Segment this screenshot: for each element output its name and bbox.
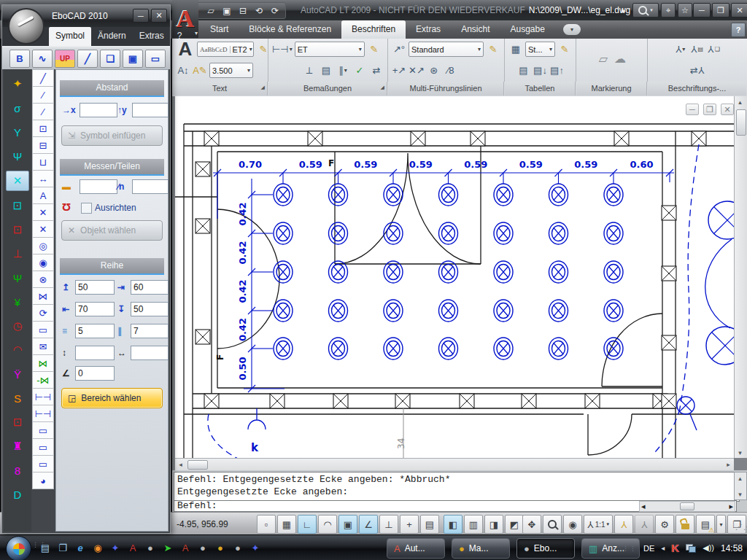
text-edit-icon[interactable]: A✎ — [193, 63, 207, 78]
model-button[interactable]: ◧ — [444, 515, 462, 534]
measure-length-field[interactable] — [80, 179, 117, 194]
rect-small-2-icon[interactable]: ▭ — [32, 439, 54, 456]
grid-toggle[interactable]: ▦ — [277, 515, 296, 534]
panel-text-label[interactable]: Text◢ — [172, 82, 268, 96]
cross-base-icon[interactable]: ✕ — [32, 221, 54, 238]
command-hscroll[interactable]: ◂ ▸ — [639, 501, 735, 512]
spiral-icon[interactable]: ◎ — [32, 238, 54, 254]
symbol-lamp-magenta[interactable]: Ÿ — [7, 365, 28, 384]
ribbon-tab-bl-cke-referenzen[interactable]: Blöcke & Referenzen — [239, 20, 341, 39]
row-count-field[interactable]: 5 — [75, 324, 115, 338]
markup-area-icon[interactable]: ▱ — [596, 51, 611, 66]
status-flyout-button[interactable]: ▾ — [716, 515, 726, 534]
ortho-toggle[interactable]: ∟ — [298, 515, 317, 534]
drawing-close-button[interactable]: ✕ — [721, 104, 734, 115]
workspace-gear-button[interactable]: ⚙ — [655, 515, 674, 534]
symbol-s-box[interactable]: S — [7, 389, 28, 408]
symbol-switch-multi[interactable]: Ψ — [7, 147, 28, 166]
mleader-style-combo[interactable]: Standard ▾ — [409, 42, 484, 57]
cmd-scroll-up-icon[interactable]: ▴ — [735, 472, 746, 483]
snap-toggle[interactable]: ▫ — [257, 515, 276, 534]
table-brush-icon[interactable]: ✎ — [557, 42, 572, 57]
page-icon[interactable]: ❏ — [100, 50, 120, 68]
pen-icon[interactable]: ╱ — [77, 50, 98, 68]
ribbon-tab-ansicht[interactable]: Ansicht — [451, 20, 500, 39]
zoom-button[interactable] — [543, 515, 562, 534]
anno-page-icon[interactable]: Y❏ — [707, 42, 721, 57]
symbol-dot-box-red[interactable]: ⊡ — [7, 413, 28, 432]
box-dash-icon[interactable]: ⊟ — [32, 137, 54, 154]
cad-app-icon[interactable]: ✦ — [108, 540, 123, 555]
spiral-filled-icon[interactable]: ◉ — [32, 254, 54, 271]
column-spacing-field[interactable] — [131, 346, 169, 360]
h-bar-2-icon[interactable]: ⊢⊣ — [32, 405, 54, 422]
insert-symbol-button[interactable]: ⇲ Symbol einfügen — [61, 125, 163, 146]
help-button[interactable]: ? — [731, 23, 746, 37]
vscroll-thumb[interactable] — [736, 109, 746, 136]
rotate-icon[interactable]: ⟳ — [32, 305, 54, 322]
annotation-scale-button[interactable]: Y1:1▾ — [584, 515, 613, 534]
command-history[interactable]: Befehl: Entgegengesetzte Ecke angeben: *… — [174, 472, 740, 502]
sphere-grey-icon[interactable]: ● — [143, 540, 158, 555]
close-button[interactable]: ✕ — [731, 3, 747, 18]
symbol-arch[interactable]: ◠ — [7, 341, 28, 359]
drawing-minimize-button[interactable]: ─ — [686, 104, 699, 115]
bold-icon[interactable]: B — [9, 50, 30, 68]
ebocad-tab-symbol[interactable]: Symbol — [49, 27, 91, 46]
ebocad-tab-?[interactable]: ? — [171, 27, 189, 46]
minimize-button[interactable]: ─ — [693, 3, 711, 18]
hscroll-thumb[interactable] — [187, 460, 208, 470]
lwt-toggle[interactable]: ▤ — [420, 515, 439, 534]
resize-grip[interactable]: ⋰⋰ — [735, 523, 747, 531]
margin-left-field[interactable]: 70 — [75, 302, 115, 316]
ebocad-tab-extras[interactable]: Extras — [133, 27, 171, 46]
panel-mleader-label[interactable]: Multi-Führungslinien — [388, 82, 504, 96]
table-icon[interactable]: ▦ — [508, 42, 523, 57]
mleader-add-icon[interactable]: +↗ — [392, 63, 406, 78]
row-spacing-field[interactable] — [75, 346, 115, 360]
rect-wide-icon[interactable]: ▭ — [32, 322, 54, 338]
annotation-visibility-button[interactable]: Y — [614, 515, 633, 534]
dyn-toggle[interactable]: + — [400, 515, 419, 534]
mleader-icon[interactable]: ↗° — [392, 42, 406, 57]
clock[interactable]: 14:58 — [721, 543, 743, 553]
lamp-icon[interactable]: ⊗ — [32, 271, 54, 288]
h-bar-icon[interactable]: ⊢⊣ — [32, 389, 54, 405]
task-button-aut[interactable]: AAut... — [387, 538, 445, 559]
text-height-combo[interactable]: 3.500 ▾ — [209, 63, 253, 78]
table-cells-icon[interactable]: ▤ — [516, 63, 531, 78]
symbol-box-dot-red[interactable]: ⊡ — [7, 220, 28, 239]
task-button-ebo[interactable]: ●Ebo... — [516, 538, 575, 559]
ribbon-minimize-button[interactable]: ▾ — [563, 24, 581, 35]
osnap-toggle[interactable]: ▣ — [338, 515, 357, 534]
symbol-switch[interactable]: Y — [7, 122, 28, 141]
dim-style-combo[interactable]: ET ▾ — [295, 42, 365, 57]
cmd-hscroll-thumb[interactable] — [680, 502, 694, 510]
kaspersky-icon[interactable]: K — [671, 542, 679, 554]
sphere-grey-2-icon[interactable]: ● — [196, 540, 210, 555]
sphere-grey-3-icon[interactable]: ● — [231, 540, 245, 555]
up-icon[interactable]: UP — [55, 50, 75, 68]
table-download-icon[interactable]: ▤↓ — [533, 63, 548, 78]
letter-a-icon[interactable]: A — [32, 187, 54, 204]
angle-field[interactable]: 0 — [75, 366, 115, 381]
sphere-gold-icon[interactable]: ● — [213, 540, 228, 555]
panel-tables-label[interactable]: Tabellen — [505, 82, 576, 96]
autocad-lt-icon[interactable]: A — [178, 540, 193, 555]
anno-sync-icon[interactable]: ⇄Y — [690, 63, 705, 78]
ribbon-tab-start[interactable]: Start — [200, 20, 239, 39]
spacing-icon[interactable]: ↔ — [32, 171, 54, 187]
ribbon-tab-extras[interactable]: Extras — [406, 20, 451, 39]
cursor-green-icon[interactable]: ➤ — [160, 540, 175, 555]
line-dashed-icon[interactable]: ⁄ — [32, 87, 54, 104]
dim-adjust-icon[interactable]: ▤ — [319, 63, 333, 78]
favorites-button[interactable]: ☆ — [678, 3, 692, 18]
drawing-restore-button[interactable]: ❐ — [703, 104, 716, 115]
ribbon-tab-ausgabe[interactable]: Ausgabe — [500, 20, 554, 39]
language-indicator[interactable]: DE — [643, 544, 654, 553]
mleader-remove-icon[interactable]: ✕↗ — [409, 63, 425, 78]
show-desktop-icon[interactable]: ▤ — [38, 540, 53, 555]
quick-view-layouts-button[interactable]: ◨ — [484, 515, 503, 534]
vertical-scrollbar[interactable]: ▴ ▾ — [734, 96, 747, 458]
rect-small-icon[interactable]: ▭ — [32, 422, 54, 439]
